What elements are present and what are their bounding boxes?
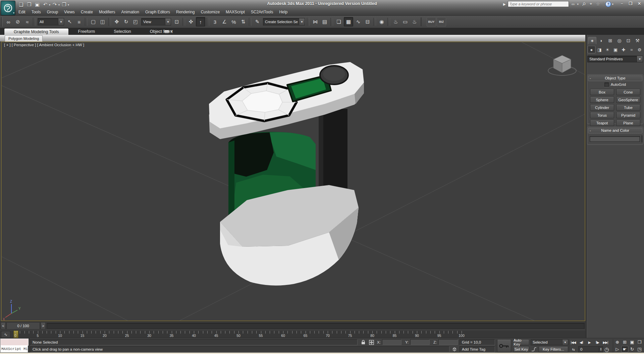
default-in-out-tangents-icon[interactable] [531,346,537,352]
select-and-link-button[interactable]: ∞ [4,17,13,26]
panel-tab-motion[interactable]: ◎ [615,37,624,44]
menu-edit[interactable]: Edit [15,10,29,14]
keyboard-shortcut-override-toggle-button[interactable]: ↑ [196,17,205,26]
infocenter-expand-arrow-icon[interactable]: ▶ [503,2,506,6]
menu-views[interactable]: Views [61,10,78,14]
select-and-rotate-button[interactable]: ↻ [122,17,130,26]
category-geometry[interactable]: ● [588,46,595,53]
render-setup-button[interactable]: ♨ [391,17,400,26]
maxscript-listener-pane[interactable]: MAXScript Mi [0,346,28,352]
tab-polygon-modeling[interactable]: Polygon Modeling [5,35,43,42]
tab-object-paint[interactable]: Object Paint [141,28,182,35]
communication-center-icon[interactable]: ⌖ [588,1,594,7]
set-keys-button[interactable] [497,339,511,352]
use-pivot-point-center-button[interactable]: ⊡ [172,17,181,26]
search-button[interactable]: ∞ [570,1,576,7]
autogrid-checkbox[interactable] [604,82,609,87]
menu-tools[interactable]: Tools [29,10,44,14]
previous-frame-button[interactable]: ◀‖ [578,339,585,345]
ribbon-minimize-icon[interactable] [164,30,170,34]
selection-filter-dropdown[interactable]: All▼ [38,18,64,25]
panel-tab-create[interactable]: ✶ [588,37,596,44]
menu-maxscript[interactable]: MAXScript [223,10,248,14]
named-selection-sets-dropdown[interactable]: Create Selection Se▼ [263,18,305,25]
zoom-extents-all-button[interactable]: ❒ [636,339,643,345]
create-cylinder-button[interactable]: Cylinder [590,104,614,111]
next-key-button[interactable]: > [41,322,46,330]
restore-button[interactable]: ❐ [627,1,634,6]
zoom-extents-button[interactable]: ▣ [629,339,636,345]
object-class-dropdown[interactable]: Standard Primitives ▼ [587,56,643,62]
key-filters-button[interactable]: Key Filters... [539,346,568,352]
panel-tab-hierarchy[interactable]: ⊞ [606,37,614,44]
frame-spinner[interactable]: ▲▼ [599,347,603,352]
menu-sc2arttools[interactable]: SC2ArtTools [248,10,276,14]
key-mode-toggle[interactable]: ⇆ [570,346,577,352]
create-box-button[interactable]: Box [590,89,614,95]
select-and-move-button[interactable]: ✥ [112,17,121,26]
object-name-field[interactable] [590,136,640,142]
time-ruler[interactable]: ∿ 05101520253035404550556065707580859095… [0,330,585,338]
minimize-button[interactable]: – [619,1,625,6]
create-sphere-button[interactable]: Sphere [590,97,614,103]
collapse-icon[interactable]: - [590,76,591,80]
panel-tab-display[interactable]: ⊡ [624,37,633,44]
window-crossing-toggle-button[interactable]: ◫ [98,17,107,26]
maximize-viewport-toggle-button[interactable]: ◳ [636,346,643,352]
menu-rendering[interactable]: Rendering [173,10,198,14]
bind-to-space-warp-button[interactable]: ≈ [23,17,32,26]
menu-modifiers[interactable]: Modifiers [96,10,118,14]
select-object-button[interactable]: ↖ [65,17,74,26]
category-space-warps[interactable]: ≈ [628,46,635,53]
menu-graph-editors[interactable]: Graph Editors [142,10,173,14]
set-key-button[interactable]: Set Key [513,346,529,352]
auto-key-button[interactable]: Auto Key [513,339,529,345]
menu-create[interactable]: Create [78,10,96,14]
graphite-modeling-ribbon-toggle-button[interactable]: ▦ [344,17,353,26]
manage-layers-button[interactable]: ❏ [334,17,343,26]
key-mode-dropdown[interactable]: Selected ▼ [531,339,568,345]
tab-freeform[interactable]: Freeform [69,28,105,35]
create-plane-button[interactable]: Plane [616,120,640,126]
perspective-viewport[interactable]: [ + ] [ Perspective ] [ Ambient Occlusio… [1,42,585,321]
absolute-offset-mode-toggle[interactable] [368,339,374,345]
close-button[interactable]: ✕ [636,1,643,6]
menu-group[interactable]: Group [44,10,61,14]
toolbar-grip[interactable] [1,17,3,26]
category-shapes[interactable]: ◨ [596,46,603,53]
tab-selection[interactable]: Selection [104,28,140,35]
snaps-toggle-3d-button[interactable]: 3 [211,17,219,26]
macro-recorder-pane[interactable] [0,339,29,346]
select-and-manipulate-button[interactable]: ✜ [186,17,195,26]
dropdown-arrow-icon[interactable]: ▼ [562,340,568,345]
align-button[interactable]: ▤ [320,17,329,26]
ribbon-minimize-caret-icon[interactable]: ▾ [171,30,172,33]
x-coordinate-field[interactable] [382,339,401,345]
create-torus-button[interactable]: Torus [590,112,614,118]
create-geosphere-button[interactable]: GeoSphere [616,97,640,103]
keyword-search-input[interactable] [508,1,569,7]
current-frame-field[interactable]: 0 ▲▼ [578,346,603,352]
subscription-key-icon[interactable]: ⚲ [580,0,588,8]
z-coordinate-field[interactable] [438,339,458,345]
previous-key-button[interactable]: < [1,322,6,330]
dropdown-arrow-icon[interactable]: ▼ [299,18,305,25]
reference-coordinate-system-dropdown[interactable]: View▼ [141,18,171,25]
angle-snap-toggle-button[interactable]: ∠ [220,17,229,26]
object-color-swatch[interactable] [642,135,642,142]
sc2-biz-tool-button[interactable]: BIZ [437,17,446,26]
menu-customize[interactable]: Customize [198,10,223,14]
help-caret[interactable]: ▾ [612,3,615,6]
pan-button[interactable]: ☛ [621,346,628,352]
next-frame-button[interactable]: ‖▶ [594,339,601,345]
unlink-selection-button[interactable]: ⊘ [13,17,22,26]
create-teapot-button[interactable]: Teapot [590,120,614,126]
render-production-button[interactable]: ♨ [410,17,419,26]
rendered-frame-window-button[interactable]: ▭ [401,17,410,26]
add-time-tag[interactable]: Add Time Tag [460,346,495,352]
collapse-icon[interactable]: - [590,128,591,133]
dropdown-arrow-icon[interactable]: ▼ [165,18,171,25]
category-systems[interactable]: ⚙ [636,46,643,53]
name-color-rollout-header[interactable]: - Name and Color [588,128,642,133]
select-and-scale-button[interactable]: ◰ [131,17,140,26]
